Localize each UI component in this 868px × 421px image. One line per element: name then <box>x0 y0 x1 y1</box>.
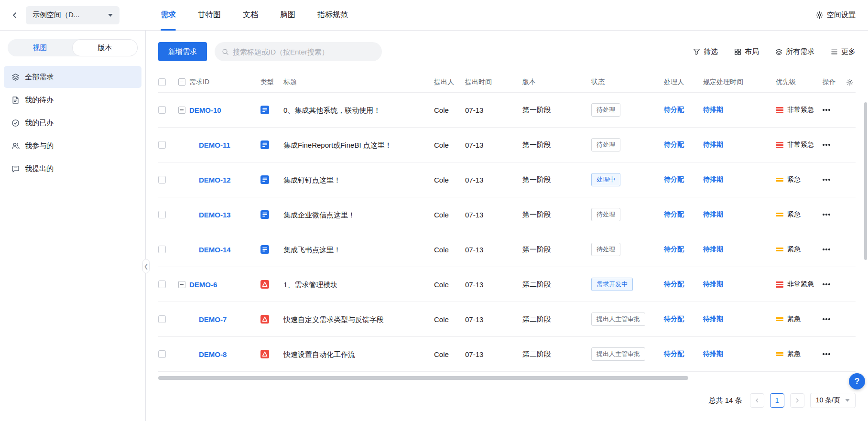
requirement-title[interactable]: 集成钉钉点这里！ <box>283 162 434 197</box>
row-actions-button[interactable] <box>823 280 830 289</box>
select-all-checkbox[interactable] <box>158 78 166 86</box>
handler-link[interactable]: 待分配 <box>664 350 684 358</box>
requirement-id-link[interactable]: DEMO-6 <box>189 281 217 289</box>
schedule-link[interactable]: 待排期 <box>703 280 723 289</box>
requirement-title[interactable]: 快速自定义需求类型与反馈字段 <box>283 302 434 337</box>
handler-link[interactable]: 待分配 <box>664 140 684 149</box>
status-badge[interactable]: 待处理 <box>591 208 620 221</box>
row-actions-button[interactable] <box>823 105 830 115</box>
requirement-id-link[interactable]: DEMO-12 <box>199 176 231 184</box>
sidebar-item-my-done[interactable]: 我的已办 <box>4 112 141 134</box>
requirement-id-link[interactable]: DEMO-7 <box>199 315 227 324</box>
row-checkbox[interactable] <box>158 176 166 184</box>
more-button[interactable]: 更多 <box>831 47 856 56</box>
row-checkbox[interactable] <box>158 141 166 149</box>
page-number-button[interactable]: 1 <box>770 393 784 408</box>
status-badge[interactable]: 处理中 <box>591 173 620 186</box>
ellipsis-icon <box>825 248 827 250</box>
sidebar-item-label: 我参与的 <box>25 141 54 151</box>
handler-link[interactable]: 待分配 <box>664 280 684 289</box>
proposed-time: 07-13 <box>465 246 522 254</box>
sidebar-item-participated[interactable]: 我参与的 <box>4 135 141 157</box>
column-settings-icon[interactable] <box>846 78 854 86</box>
status-badge[interactable]: 需求开发中 <box>591 278 633 291</box>
tab-requirements[interactable]: 需求 <box>161 0 176 31</box>
page-body: 视图 版本 全部需求 我的待办 我的已办 我参与的 <box>0 31 868 421</box>
prev-page-button[interactable] <box>750 393 764 408</box>
toggle-versions[interactable]: 版本 <box>72 39 138 56</box>
row-checkbox[interactable] <box>158 246 166 253</box>
status-badge[interactable]: 提出人主管审批 <box>591 313 645 326</box>
handler-link[interactable]: 待分配 <box>664 106 684 114</box>
handler-link[interactable]: 待分配 <box>664 175 684 184</box>
sidebar-item-proposed[interactable]: 我提出的 <box>4 158 141 180</box>
sidebar-item-all-requirements[interactable]: 全部需求 <box>4 66 141 88</box>
tab-mindmap[interactable]: 脑图 <box>280 0 295 31</box>
help-button[interactable]: ? <box>849 373 865 389</box>
row-actions-button[interactable] <box>823 175 830 184</box>
row-checkbox[interactable] <box>158 281 166 288</box>
schedule-link[interactable]: 待排期 <box>703 210 723 219</box>
search-input[interactable] <box>233 48 375 56</box>
row-actions-button[interactable] <box>823 210 830 219</box>
status-badge[interactable]: 待处理 <box>591 243 620 256</box>
row-actions-button[interactable] <box>823 140 830 150</box>
schedule-link[interactable]: 待排期 <box>703 140 723 149</box>
schedule-link[interactable]: 待排期 <box>703 106 723 114</box>
next-page-button[interactable] <box>790 393 804 408</box>
space-selector-dropdown[interactable]: 示例空间（D... <box>26 6 119 24</box>
row-actions-button[interactable] <box>823 349 830 359</box>
sidebar-item-label: 我提出的 <box>25 164 54 173</box>
requirement-title[interactable]: 集成FineReport或FineBI 点这里！ <box>283 128 434 162</box>
handler-link[interactable]: 待分配 <box>664 315 684 324</box>
priority-icon <box>776 317 783 321</box>
row-actions-button[interactable] <box>823 245 830 254</box>
filter-button[interactable]: 筛选 <box>693 47 718 56</box>
requirement-id-link[interactable]: DEMO-11 <box>199 141 230 149</box>
app-window: 示例空间（D... 需求 甘特图 文档 脑图 指标规范 空间设置 视图 版本 <box>0 0 868 421</box>
schedule-link[interactable]: 待排期 <box>703 315 723 324</box>
requirement-title[interactable]: 1、需求管理模块 <box>283 267 434 302</box>
requirement-title[interactable]: 集成飞书点这里！ <box>283 232 434 267</box>
collapse-all-toggle[interactable] <box>178 78 185 86</box>
sidebar-collapse-handle[interactable]: ❮ <box>142 259 150 273</box>
space-settings-button[interactable]: 空间设置 <box>815 11 868 20</box>
row-checkbox[interactable] <box>158 211 166 218</box>
requirement-id-link[interactable]: DEMO-8 <box>199 350 227 358</box>
row-checkbox[interactable] <box>158 106 166 114</box>
requirement-title[interactable]: 0、集成其他系统，联动使用！ <box>283 93 434 128</box>
proposed-time: 07-13 <box>465 281 522 289</box>
sidebar-item-my-todo[interactable]: 我的待办 <box>4 89 141 111</box>
status-badge[interactable]: 提出人主管审批 <box>591 347 645 361</box>
new-requirement-button[interactable]: 新增需求 <box>158 42 207 61</box>
tab-metrics[interactable]: 指标规范 <box>317 0 348 31</box>
gear-icon <box>815 11 824 19</box>
handler-link[interactable]: 待分配 <box>664 245 684 254</box>
requirement-id-link[interactable]: DEMO-10 <box>189 106 221 114</box>
requirement-id-link[interactable]: DEMO-13 <box>199 211 231 219</box>
schedule-link[interactable]: 待排期 <box>703 245 723 254</box>
all-requirements-filter-button[interactable]: 所有需求 <box>775 47 814 56</box>
status-badge[interactable]: 待处理 <box>591 103 620 117</box>
vertical-scrollbar-thumb[interactable] <box>864 102 867 260</box>
row-checkbox[interactable] <box>158 350 166 358</box>
requirement-title[interactable]: 快速设置自动化工作流 <box>283 337 434 372</box>
row-collapse-toggle[interactable] <box>178 281 185 288</box>
layout-button[interactable]: 布局 <box>734 47 759 56</box>
requirement-title[interactable]: 集成企业微信点这里！ <box>283 197 434 232</box>
schedule-link[interactable]: 待排期 <box>703 350 723 358</box>
status-badge[interactable]: 待处理 <box>591 138 620 151</box>
tab-gantt[interactable]: 甘特图 <box>198 0 221 31</box>
toggle-views[interactable]: 视图 <box>8 39 72 56</box>
chevron-left-icon <box>754 398 760 403</box>
row-actions-button[interactable] <box>823 314 830 324</box>
page-size-select[interactable]: 10 条/页 <box>810 393 856 408</box>
back-button[interactable] <box>9 9 21 22</box>
tab-documents[interactable]: 文档 <box>243 0 258 31</box>
requirement-id-link[interactable]: DEMO-14 <box>199 246 231 254</box>
horizontal-scrollbar-thumb[interactable] <box>158 376 688 380</box>
handler-link[interactable]: 待分配 <box>664 210 684 219</box>
schedule-link[interactable]: 待排期 <box>703 175 723 184</box>
row-checkbox[interactable] <box>158 315 166 323</box>
row-collapse-toggle[interactable] <box>178 107 185 114</box>
